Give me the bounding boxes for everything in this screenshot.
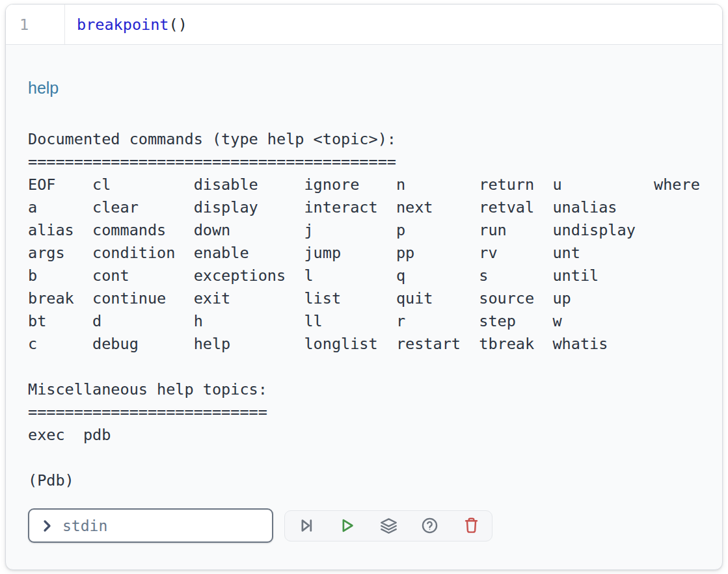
layers-icon [380, 517, 398, 534]
code-token: breakpoint [77, 16, 169, 34]
line-number-gutter: 1 [6, 5, 65, 44]
stdin-box[interactable] [28, 508, 273, 543]
help-button[interactable] [421, 517, 439, 535]
layers-button[interactable] [379, 517, 398, 535]
code-token: () [169, 16, 187, 34]
question-circle-icon [421, 517, 438, 534]
trash-icon [463, 517, 480, 534]
footer-controls [28, 508, 722, 543]
run-button[interactable] [338, 517, 357, 535]
clear-button[interactable] [462, 517, 480, 535]
output-area[interactable]: help Documented commands (type help <top… [6, 45, 722, 570]
code-line[interactable]: breakpoint() [77, 5, 187, 44]
toolbar [284, 510, 492, 541]
console-card: 1 breakpoint() help Documented commands … [5, 4, 723, 570]
stdin-input[interactable] [62, 517, 272, 534]
chevron-right-icon [39, 518, 55, 534]
line-number: 1 [20, 16, 29, 34]
stdin-echo: help [28, 79, 722, 98]
code-editor[interactable]: 1 breakpoint() [6, 5, 722, 45]
skip-forward-button[interactable] [297, 517, 315, 535]
pdb-output-text: Documented commands (type help <topic>):… [28, 128, 722, 492]
skip-forward-icon [297, 517, 315, 534]
play-icon [338, 517, 356, 534]
